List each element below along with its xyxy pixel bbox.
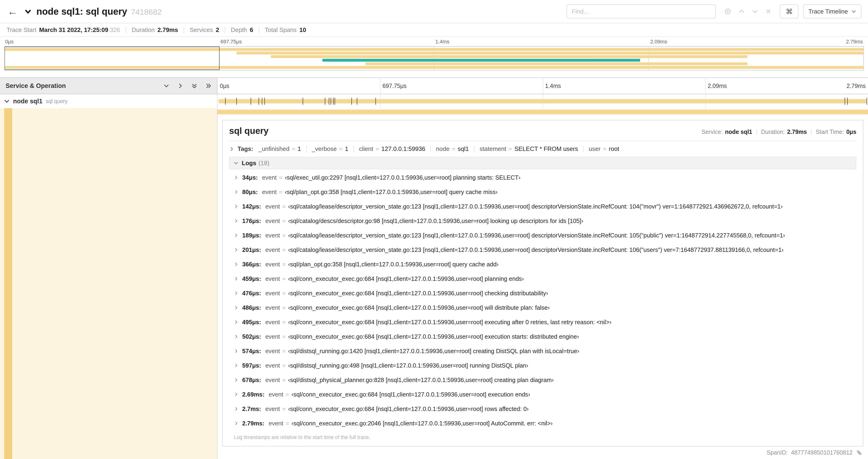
log-timestamp: 459μs: [242,275,261,283]
log-marker-tick[interactable] [251,98,251,105]
total-spans-stat: Total Spans10 [265,26,306,34]
logs-accordion-header[interactable]: Logs (18) [229,157,856,169]
span-bar-track[interactable] [217,94,868,108]
log-field-key: event [269,390,283,398]
span-id-label: SpanID: [767,449,787,456]
log-field-key: event [269,419,283,427]
log-row[interactable]: 459μs: event = ‹sql/conn_executor_exec.g… [229,271,856,286]
back-button[interactable]: ← [6,6,20,17]
chevron-right-icon [234,363,239,368]
collapse-one-chevron-down-icon[interactable] [163,83,169,89]
log-row[interactable]: 2.69ms: event = ‹sql/conn_executor_exec.… [229,387,856,402]
chevron-right-icon [234,305,239,310]
trace-start-stat: Trace StartMarch 31 2022, 17:25:09.326 [6,26,120,34]
log-marker-tick[interactable] [262,98,262,105]
log-row[interactable]: 142μs: event = ‹sql/catalog/lease/descri… [229,199,856,214]
span-detail-card: sql query Service:node sql1 Duration:2.7… [222,120,863,447]
span-expander-chevron-down-icon[interactable] [4,98,10,104]
log-field-value: ‹sql/conn_executor_exec.go:684 [nsql1,cl… [288,289,548,297]
log-row[interactable]: 495μs: event = ‹sql/conn_executor_exec.g… [229,315,856,329]
log-field-key: event [265,347,280,355]
tag-item: _unfinished=1 [258,145,301,153]
trace-id: 7418682 [131,7,162,16]
collapse-trace-chevron-icon[interactable] [24,8,32,15]
expand-all-double-chevron-right-icon[interactable] [205,83,211,89]
log-row[interactable]: 80μs: event = ‹sql/plan_opt.go:358 [nsql… [229,185,856,199]
log-marker-tick[interactable] [258,98,259,105]
log-marker-tick[interactable] [333,98,334,105]
axis-tick-label: 697.75μs [219,39,242,45]
log-marker-tick[interactable] [357,98,357,105]
tags-accordion[interactable]: Tags: _unfinished=1 _verbose=1 client=12… [229,141,856,156]
equals-sign: = [282,260,286,268]
axis-tick-label: 1.4ms [434,39,450,45]
minimap-viewport[interactable] [4,46,864,70]
log-marker-tick[interactable] [303,98,303,105]
log-marker-tick[interactable] [351,98,352,105]
log-row[interactable]: 502μs: event = ‹sql/conn_executor_exec.g… [229,329,856,344]
log-row[interactable]: 176μs: event = ‹sql/catalog/descs/descri… [229,214,856,228]
log-marker-tick[interactable] [847,98,848,105]
log-row[interactable]: 574μs: event = ‹sql/distsql_running.go:1… [229,344,856,358]
log-marker-tick[interactable] [375,98,376,105]
separator [474,146,474,152]
copy-link-icon[interactable] [856,450,862,456]
log-field-key: event [265,405,280,413]
log-marker-tick[interactable] [265,98,265,105]
log-row[interactable]: 366μs: event = ‹sql/plan_opt.go:358 [nsq… [229,257,856,271]
prev-result-chevron-up-icon[interactable] [738,8,745,15]
top-bar: ← node sql1: sql query7418682 ⌘ Trace Ti… [0,0,868,23]
log-marker-tick[interactable] [335,98,335,105]
log-row[interactable]: 2.7ms: event = ‹sql/conn_executor_exec.g… [229,402,856,416]
log-timestamp: 176μs: [242,217,261,225]
keyboard-shortcuts-button[interactable]: ⌘ [780,4,799,19]
span-bar[interactable] [218,99,867,103]
chevron-right-icon [234,233,239,238]
tag-item: client=127.0.0.1:59936 [359,145,425,153]
tag-value: 1 [298,145,301,152]
span-name-cell[interactable]: node sql1 sql query [0,94,217,108]
separator [184,27,184,33]
log-marker-tick[interactable] [331,98,331,105]
logs-footer-note: Log timestamps are relative to the start… [229,431,856,443]
log-row[interactable]: 189μs: event = ‹sql/catalog/lease/descri… [229,228,856,242]
log-marker-tick[interactable] [225,98,226,105]
next-result-chevron-down-icon[interactable] [752,8,758,15]
log-field-key: event [262,188,277,196]
log-field-value: ‹sql/distsql_physical_planner.go:828 [ns… [288,376,554,384]
log-field-key: event [265,202,280,210]
equals-sign: = [282,217,286,225]
trace-view-dropdown[interactable]: Trace Timeline [803,4,862,19]
clear-search-close-icon[interactable] [765,8,771,14]
tag-value: root [609,145,619,152]
log-timestamp: 201μs: [242,246,261,254]
chevron-right-icon [234,276,239,281]
log-marker-tick[interactable] [845,98,845,105]
log-marker-tick[interactable] [329,98,329,105]
log-timestamp: 189μs: [242,231,261,239]
log-field-key: event [265,318,280,326]
chevron-right-icon [234,349,239,353]
log-field-key: event [265,376,280,384]
span-service-name: node sql1 [13,98,42,105]
collapse-all-double-chevron-down-icon[interactable] [191,83,197,89]
log-row[interactable]: 597μs: event = ‹sql/distsql_running.go:4… [229,358,856,373]
log-row[interactable]: 486μs: event = ‹sql/conn_executor_exec.g… [229,300,856,315]
log-field-value: ‹sql/conn_executor_exec.go:684 [nsql1,cl… [288,333,579,340]
equals-sign: = [286,419,289,427]
span-row[interactable]: node sql1 sql query [0,94,868,108]
equals-sign: = [603,145,607,152]
log-row[interactable]: 476μs: event = ‹sql/conn_executor_exec.g… [229,286,856,300]
log-row[interactable]: 34μs: event = ‹sql/exec_util.go:2297 [ns… [229,170,856,185]
expand-one-chevron-right-icon[interactable] [177,83,183,89]
chevron-right-icon [234,406,239,411]
find-input[interactable] [566,4,716,19]
log-row[interactable]: 201μs: event = ‹sql/catalog/lease/descri… [229,242,856,257]
log-marker-tick[interactable] [867,98,867,105]
focus-match-icon[interactable] [724,8,731,15]
trace-view-dropdown-label: Trace Timeline [808,8,848,15]
log-marker-tick[interactable] [236,98,237,105]
log-row[interactable]: 678μs: event = ‹sql/distsql_physical_pla… [229,373,856,387]
log-row[interactable]: 2.79ms: event = ‹sql/conn_executor_exec.… [229,416,856,431]
log-marker-tick[interactable] [325,98,325,105]
